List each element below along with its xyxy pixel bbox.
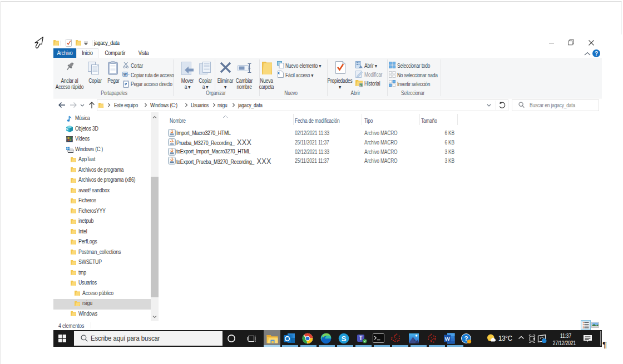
svg-text:T: T (359, 335, 362, 341)
svg-text:S: S (342, 335, 347, 343)
svg-text:W: W (445, 336, 450, 342)
svg-text:?: ? (595, 51, 598, 57)
svg-text:W: W (123, 72, 127, 76)
